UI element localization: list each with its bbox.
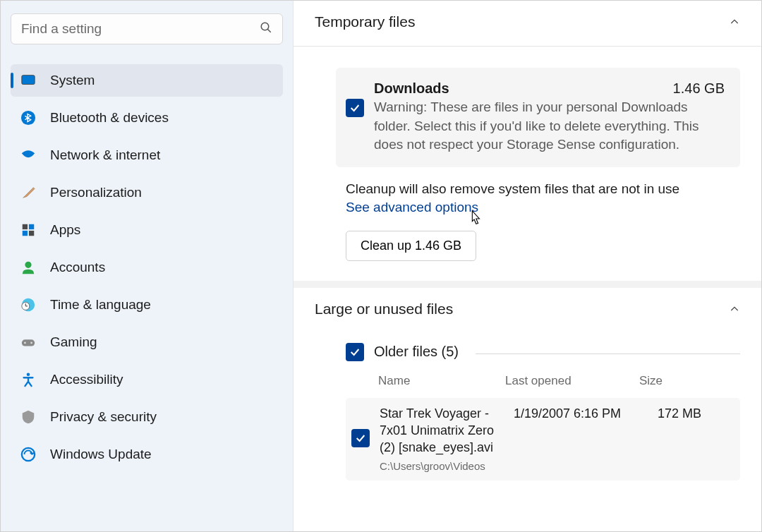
svg-point-16 bbox=[30, 342, 32, 344]
downloads-title: Downloads bbox=[374, 80, 449, 97]
sidebar-item-privacy[interactable]: Privacy & security bbox=[11, 401, 283, 433]
gamepad-icon bbox=[20, 334, 36, 350]
sidebar: System Bluetooth & devices Network & int… bbox=[1, 1, 294, 531]
sidebar-item-label: Windows Update bbox=[50, 447, 152, 462]
file-checkbox[interactable] bbox=[351, 429, 370, 447]
advanced-options-link[interactable]: See advanced options bbox=[346, 200, 478, 215]
cleanup-note: Cleanup will also remove system files th… bbox=[346, 181, 740, 197]
sidebar-item-label: Time & language bbox=[50, 297, 151, 313]
display-icon bbox=[20, 73, 36, 88]
svg-rect-6 bbox=[29, 224, 34, 229]
sidebar-item-gaming[interactable]: Gaming bbox=[11, 326, 283, 358]
shield-icon bbox=[20, 409, 36, 425]
sidebar-item-windows-update[interactable]: Windows Update bbox=[11, 438, 283, 471]
downloads-content: Downloads 1.46 GB Warning: These are fil… bbox=[374, 80, 725, 155]
column-name: Name bbox=[378, 374, 505, 388]
file-path: C:\Users\groov\Videos bbox=[380, 459, 504, 473]
file-row[interactable]: Star Trek Voyager - 7x01 Unimatrix Zero … bbox=[346, 398, 740, 480]
file-last-opened: 1/19/2007 6:16 PM bbox=[514, 405, 648, 421]
file-name-cell: Star Trek Voyager - 7x01 Unimatrix Zero … bbox=[380, 405, 504, 473]
file-size: 172 MB bbox=[658, 405, 734, 421]
sidebar-item-label: Personalization bbox=[50, 185, 142, 200]
sidebar-item-accounts[interactable]: Accounts bbox=[11, 251, 283, 284]
svg-rect-14 bbox=[22, 339, 35, 346]
bluetooth-icon bbox=[20, 110, 36, 126]
section-header-large-files[interactable]: Large or unused files bbox=[294, 288, 761, 333]
svg-rect-7 bbox=[23, 231, 28, 236]
clock-globe-icon bbox=[20, 297, 36, 313]
svg-point-0 bbox=[261, 23, 269, 30]
search-icon bbox=[260, 21, 272, 37]
downloads-card: Downloads 1.46 GB Warning: These are fil… bbox=[336, 68, 740, 167]
column-size: Size bbox=[639, 374, 740, 388]
sidebar-item-bluetooth[interactable]: Bluetooth & devices bbox=[11, 102, 283, 134]
apps-icon bbox=[20, 222, 36, 238]
sidebar-item-apps[interactable]: Apps bbox=[11, 214, 283, 246]
sidebar-item-label: Network & internet bbox=[50, 147, 160, 163]
divider bbox=[294, 46, 761, 47]
update-icon bbox=[20, 447, 36, 462]
older-files-label: Older files (5) bbox=[374, 344, 459, 360]
brush-icon bbox=[20, 185, 36, 200]
sidebar-item-label: Apps bbox=[50, 222, 80, 238]
person-icon bbox=[20, 260, 36, 275]
downloads-size: 1.46 GB bbox=[673, 80, 725, 97]
svg-point-9 bbox=[25, 262, 31, 268]
sidebar-item-personalization[interactable]: Personalization bbox=[11, 176, 283, 209]
chevron-up-icon bbox=[729, 303, 740, 315]
svg-point-11 bbox=[22, 302, 30, 310]
older-files-checkbox[interactable] bbox=[346, 343, 364, 361]
downloads-checkbox[interactable] bbox=[346, 99, 364, 117]
divider-line bbox=[476, 353, 740, 354]
downloads-description: Warning: These are files in your persona… bbox=[374, 98, 725, 155]
svg-point-15 bbox=[24, 342, 26, 344]
svg-point-17 bbox=[27, 373, 30, 376]
section-title: Temporary files bbox=[315, 13, 415, 30]
column-last-opened: Last opened bbox=[505, 374, 639, 388]
sidebar-item-time[interactable]: Time & language bbox=[11, 289, 283, 321]
sidebar-item-system[interactable]: System bbox=[11, 64, 283, 97]
sidebar-item-label: Accessibility bbox=[50, 372, 123, 387]
search-input[interactable] bbox=[21, 21, 260, 37]
clean-up-button[interactable]: Clean up 1.46 GB bbox=[346, 231, 476, 261]
sidebar-item-label: Accounts bbox=[50, 260, 105, 275]
svg-rect-8 bbox=[29, 231, 34, 236]
section-gap bbox=[294, 281, 761, 288]
file-table-header: Name Last opened Size bbox=[378, 374, 740, 388]
accessibility-icon bbox=[20, 372, 36, 387]
svg-rect-2 bbox=[22, 75, 35, 85]
sidebar-item-accessibility[interactable]: Accessibility bbox=[11, 363, 283, 396]
svg-line-1 bbox=[267, 29, 271, 32]
sidebar-item-label: Gaming bbox=[50, 334, 97, 350]
svg-rect-5 bbox=[23, 224, 28, 229]
wifi-icon bbox=[20, 147, 36, 163]
sidebar-item-label: System bbox=[50, 73, 95, 88]
sidebar-item-label: Bluetooth & devices bbox=[50, 110, 169, 126]
sidebar-item-label: Privacy & security bbox=[50, 409, 157, 425]
nav-list: System Bluetooth & devices Network & int… bbox=[11, 64, 283, 471]
section-header-temporary-files[interactable]: Temporary files bbox=[294, 1, 761, 46]
older-files-group: Older files (5) bbox=[346, 343, 740, 361]
pointer-cursor-icon bbox=[467, 210, 483, 228]
sidebar-item-network[interactable]: Network & internet bbox=[11, 139, 283, 171]
chevron-up-icon bbox=[729, 16, 740, 28]
search-box[interactable] bbox=[11, 13, 283, 44]
file-name: Star Trek Voyager - 7x01 Unimatrix Zero … bbox=[380, 405, 504, 457]
main-content: Temporary files Downloads 1.46 GB Warnin… bbox=[294, 1, 761, 531]
section-title: Large or unused files bbox=[315, 301, 453, 318]
